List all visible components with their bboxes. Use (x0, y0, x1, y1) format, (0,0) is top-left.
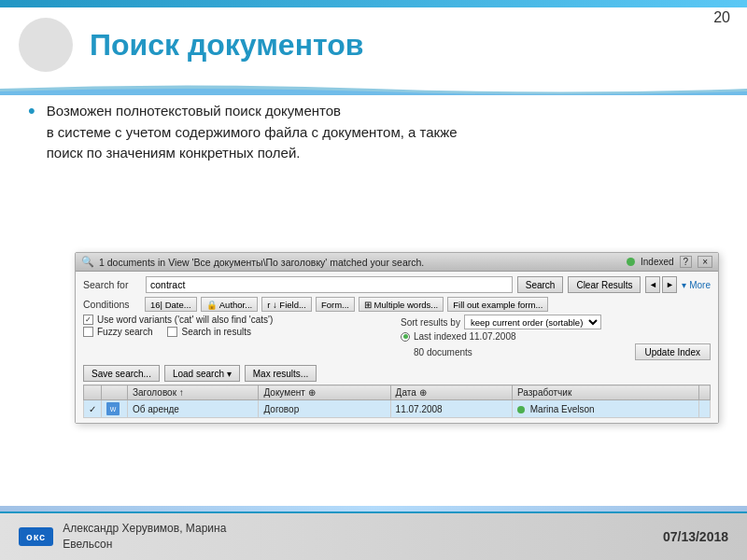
condition-date-btn[interactable]: 16| Date... (145, 297, 197, 312)
last-indexed-row: Last indexed 11.07.2008 (401, 331, 711, 342)
search-button[interactable]: Search (517, 276, 564, 293)
logo-box: окс (19, 527, 53, 546)
use-word-variants-row: Use word variants ('cat' will also find … (83, 315, 393, 325)
fuzzy-search-checkbox[interactable] (83, 327, 93, 337)
header: Поиск документов (0, 7, 747, 82)
dialog-titlebar: 🔍 1 documents in View 'Все документы\По … (76, 253, 718, 272)
conditions-label: Conditions (83, 299, 141, 310)
radio-last-indexed[interactable] (401, 332, 410, 342)
row-doc-icon: W (102, 400, 128, 418)
sort-results-by-label: Sort results by (401, 317, 460, 328)
bullet-icon: • (28, 99, 35, 123)
help-btn[interactable]: ? (680, 256, 693, 268)
row-developer: Marina Evelson (512, 400, 698, 418)
document-icon: W (106, 402, 120, 415)
content-area: • Возможен полнотекстовый поиск документ… (28, 101, 719, 174)
table-header-dev[interactable]: Разработчик (512, 385, 698, 400)
table-header-title[interactable]: Заголовок ↑ (128, 385, 259, 400)
fuzzy-search-row: Fuzzy search (83, 327, 152, 337)
dialog-title-left: 🔍 1 documents in View 'Все документы\По … (81, 256, 424, 268)
docs-count-label: 80 documents (414, 347, 472, 357)
indexed-dot-icon (627, 258, 635, 266)
clear-results-button[interactable]: Clear Results (568, 276, 641, 293)
table-row[interactable]: ✓ W Об аренде Договор 11.07.2008 Marina … (84, 400, 711, 418)
docs-count-row: 80 documents Update Index (401, 343, 711, 360)
action-btns-row: Save search... Load search ▾ Max results… (83, 365, 711, 382)
table-header-date[interactable]: Дата ⊕ (390, 385, 512, 400)
save-search-button[interactable]: Save search... (83, 365, 160, 382)
row-check: ✓ (84, 400, 102, 418)
condition-author-btn[interactable]: 🔒 Author... (201, 297, 259, 312)
bullet-text-line3: поиск по значениям конкретных полей. (47, 143, 458, 164)
table-col-check (84, 385, 102, 400)
footer: окс Александр Херувимов, МаринаЕвельсон … (0, 511, 747, 560)
fuzzy-search-label: Fuzzy search (97, 327, 152, 337)
table-col-icon (102, 385, 128, 400)
search-in-results-label: Search in results (181, 327, 250, 337)
next-arrow[interactable]: ► (662, 276, 677, 293)
options-left: Use word variants ('cat' will also find … (83, 315, 393, 339)
condition-form-btn[interactable]: Form... (316, 297, 355, 312)
update-index-button[interactable]: Update Index (635, 343, 712, 360)
search-icon: 🔍 (81, 256, 94, 268)
table-header-doc[interactable]: Документ ⊕ (259, 385, 390, 400)
header-circle-decoration (19, 18, 73, 72)
conditions-row: Conditions 16| Date... 🔒 Author... r ↓ F… (83, 297, 711, 312)
search-for-label: Search for (83, 279, 141, 290)
page-title: Поиск документов (90, 28, 363, 63)
bullet-item: • Возможен полнотекстовый поиск документ… (28, 101, 719, 164)
search-in-results-row: Search in results (167, 327, 250, 337)
nav-arrows: ◄ ► (645, 276, 677, 293)
close-btn[interactable]: × (698, 256, 712, 268)
row-date: 11.07.2008 (390, 400, 512, 418)
footer-logo-area: окс Александр Херувимов, МаринаЕвельсон (19, 521, 226, 553)
condition-field-btn[interactable]: r ↓ Field... (261, 297, 312, 312)
table-header-scroll (699, 385, 711, 400)
last-indexed-label: Last indexed 11.07.2008 (414, 331, 516, 342)
top-accent-bar (0, 0, 747, 7)
more-link[interactable]: ▾ More (682, 280, 711, 290)
condition-multiple-words-btn[interactable]: ⊞ Multiple words... (359, 297, 444, 312)
indexed-label: Indexed (641, 257, 674, 267)
dialog-body: Search for Search Clear Results ◄ ► ▾ Mo… (76, 272, 718, 423)
sort-row: Sort results by keep current order (sort… (401, 315, 711, 329)
use-word-variants-checkbox[interactable] (83, 315, 93, 325)
prev-arrow[interactable]: ◄ (645, 276, 660, 293)
wave-divider (0, 82, 747, 95)
options-row: Use word variants ('cat' will also find … (83, 315, 711, 362)
footer-authors: Александр Херувимов, МаринаЕвельсон (63, 521, 226, 553)
dev-status-icon (517, 406, 525, 413)
dialog-title-text: 1 documents in View 'Все документы\По за… (99, 257, 424, 268)
bullet-text-line2: в системе с учетом содержимого файла с д… (47, 122, 458, 144)
results-table: Заголовок ↑ Документ ⊕ Дата ⊕ Разработчи… (83, 385, 711, 418)
dialog-title-right: Indexed ? × (627, 256, 712, 268)
load-search-button[interactable]: Load search ▾ (164, 365, 240, 382)
bullet-text-line1: Возможен полнотекстовый поиск документов (47, 101, 458, 122)
search-input[interactable] (146, 276, 513, 293)
row-scroll-indicator (699, 400, 711, 418)
row-doc-type: Договор (259, 400, 390, 418)
footer-date: 07/13/2018 (663, 529, 728, 544)
row-title: Об аренде (128, 400, 259, 418)
dev-name: Marina Evelson (530, 404, 595, 414)
options-right: Sort results by keep current order (sort… (401, 315, 711, 362)
max-results-button[interactable]: Max results... (245, 365, 317, 382)
use-word-variants-label: Use word variants ('cat' will also find … (97, 315, 273, 325)
search-for-row: Search for Search Clear Results ◄ ► ▾ Mo… (83, 276, 711, 293)
search-dialog: 🔍 1 documents in View 'Все документы\По … (75, 252, 719, 424)
sort-select[interactable]: keep current order (sortable) (464, 315, 601, 329)
search-in-results-checkbox[interactable] (167, 327, 177, 337)
condition-fill-example-btn[interactable]: Fill out example form... (447, 297, 548, 312)
